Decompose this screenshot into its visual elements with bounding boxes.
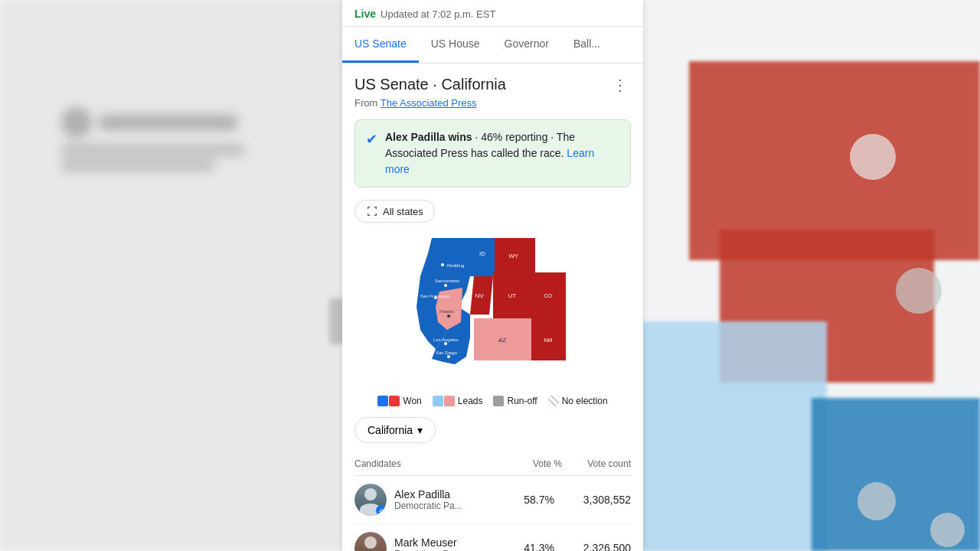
legend-no-election-label: No election [562, 396, 608, 406]
header-candidates: Candidates [354, 458, 501, 469]
expand-icon [366, 205, 378, 217]
sacramento-label: Sacramento [435, 279, 460, 283]
candidate-name-padilla: Alex Padilla [394, 488, 493, 500]
bg-left-panel [0, 0, 345, 551]
bg-right-panel [635, 0, 980, 551]
main-card: Live Updated at 7:02 p.m. EST US Senate … [342, 0, 643, 551]
bg-left-content [61, 107, 291, 174]
candidate-party-padilla: Democratic Pa... [394, 500, 493, 511]
all-states-button[interactable]: All states [354, 200, 435, 223]
tab-house[interactable]: US House [419, 27, 492, 63]
idaho-state [470, 238, 495, 276]
bg-icon-bottom [858, 482, 896, 520]
fresno-dot [447, 315, 450, 318]
idaho-label: ID [479, 250, 485, 257]
state-selector[interactable]: California ▾ [354, 417, 436, 443]
candidate-name-meuser: Mark Meuser [394, 536, 493, 549]
legend-leads: Leads [433, 396, 483, 406]
tab-senate[interactable]: US Senate [342, 27, 419, 63]
newmexico-label: NM [544, 337, 552, 343]
legend-no-election-dot [548, 396, 559, 406]
bg-icon-top [850, 134, 896, 180]
candidate-avatar-meuser [354, 532, 387, 551]
candidate-count-padilla: 3,308,552 [562, 494, 631, 506]
more-options-button[interactable]: ⋮ [609, 76, 631, 94]
race-source: From The Associated Press [354, 97, 631, 109]
tabs: US Senate US House Governor Ball... [342, 27, 643, 64]
winner-text: Alex Padilla wins · 46% reporting · The … [385, 129, 619, 178]
candidate-count-meuser: 2,326,500 [562, 542, 631, 551]
live-bar: Live Updated at 7:02 p.m. EST [342, 0, 643, 27]
candidate-info-padilla: Alex Padilla Democratic Pa... [394, 488, 493, 511]
candidate-avatar-padilla: ✓ [354, 484, 387, 516]
sandiego-dot [447, 355, 450, 358]
legend-leads-label: Leads [458, 396, 483, 406]
sd-label: San Diego [436, 350, 458, 355]
updated-text: Updated at 7:02 p.m. EST [381, 8, 495, 20]
winner-check-badge: ✓ [376, 505, 387, 516]
candidate-info-meuser: Mark Meuser Republican Party [394, 536, 493, 551]
candidate-pct-padilla: 58.7% [501, 494, 554, 506]
legend-won-label: Won [403, 396, 421, 406]
fresno-label: Fresno [439, 309, 454, 314]
race-title: US Senate · California [354, 76, 506, 93]
legend-won-rep-dot [389, 396, 400, 406]
candidate-pct-meuser: 41.3% [501, 542, 554, 551]
state-selector-value: California [368, 424, 413, 436]
source-link[interactable]: The Associated Press [381, 97, 477, 109]
candidates-table-header: Candidates Vote % Vote count [354, 455, 631, 476]
redding-label: Redding [447, 263, 464, 268]
legend-runoff-dot [493, 396, 504, 406]
header-vote-pct: Vote % [501, 458, 562, 469]
map-section: All states WY ID NV UT [354, 200, 631, 386]
legend-leads-rep-dot [444, 396, 455, 406]
tab-governor[interactable]: Governor [492, 27, 561, 63]
candidate-row: ✓ Alex Padilla Democratic Pa... 58.7% 3,… [354, 476, 631, 524]
legend: Won Leads Run-off No election [354, 396, 631, 406]
content-area: US Senate · California ⋮ From The Associ… [342, 64, 643, 551]
race-header: US Senate · California ⋮ [354, 76, 631, 94]
colorado-label: CO [544, 293, 552, 298]
live-label: Live [354, 8, 376, 20]
redding-dot [441, 263, 444, 266]
dropdown-chevron-icon: ▾ [417, 424, 423, 436]
tab-ballot[interactable]: Ball... [561, 27, 612, 63]
legend-won: Won [377, 396, 421, 406]
sacramento-dot [444, 284, 447, 287]
utah-label: UT [508, 292, 516, 299]
la-label: Los Angeles [433, 337, 459, 342]
bg-lightblue-block [635, 321, 827, 551]
losangeles-dot [444, 342, 447, 345]
wyoming-label: WY [508, 253, 519, 259]
arizona-label: AZ [498, 337, 505, 344]
legend-no-election: No election [548, 396, 608, 406]
winner-check-icon: ✔ [366, 131, 377, 148]
header-vote-count: Vote count [562, 458, 631, 469]
winner-banner: ✔ Alex Padilla wins · 46% reporting · Th… [354, 119, 631, 187]
legend-leads-dem-dot [433, 396, 443, 406]
winner-name: Alex Padilla wins [385, 131, 472, 143]
candidate-row: Mark Meuser Republican Party 41.3% 2,326… [354, 524, 631, 551]
sf-label: San Francisco [420, 294, 450, 298]
bg-icon-mid [896, 268, 942, 314]
legend-runoff: Run-off [493, 396, 537, 406]
map-container: WY ID NV UT CO AZ [354, 230, 631, 386]
bg-icon-bottomright [930, 513, 965, 547]
legend-won-dem-dot [377, 396, 388, 406]
us-map-svg: WY ID NV UT CO AZ [394, 230, 593, 383]
legend-runoff-label: Run-off [507, 396, 537, 406]
nevada-label: NV [475, 292, 484, 299]
